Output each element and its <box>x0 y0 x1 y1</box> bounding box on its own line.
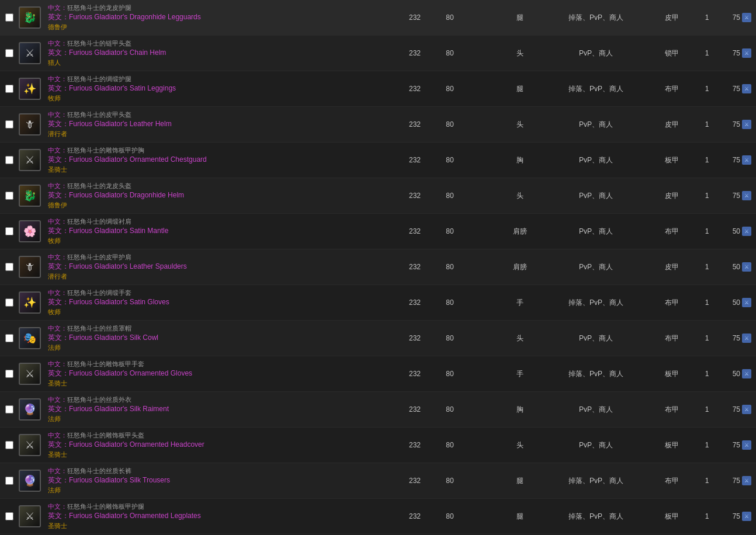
rating-icon: ⚔ <box>742 48 751 58</box>
item-count: 1 <box>695 441 719 449</box>
item-name-cn: 中文：狂怒角斗士的绸缎衬肩 <box>48 217 393 226</box>
item-ilvl: 232 <box>397 512 432 520</box>
item-count: 1 <box>695 298 719 307</box>
row-checkbox-col <box>2 441 16 449</box>
item-level: 80 <box>432 477 467 485</box>
item-rating-col: 75 ⚔ <box>719 84 754 93</box>
item-name-col: 中文：狂怒角斗士的绸缎护腿 英文：Furious Gladiator's Sat… <box>43 75 397 103</box>
item-type: 布甲 <box>649 227 695 237</box>
row-checkbox[interactable] <box>5 512 13 520</box>
item-name-col: 中文：狂怒角斗士的龙皮头盔 英文：Furious Gladiator's Dra… <box>43 182 397 210</box>
item-name-en: 英文：Furious Gladiator's Silk Cowl <box>48 333 393 343</box>
item-rating-col: 75 ⚔ <box>719 48 754 58</box>
item-source: 掉落、PvP、商人 <box>543 476 649 486</box>
row-checkbox[interactable] <box>5 334 13 342</box>
row-checkbox-col <box>2 477 16 485</box>
item-icon-col: 🗡 <box>16 256 43 278</box>
row-checkbox[interactable] <box>5 13 13 22</box>
rating-icon: ⚔ <box>742 262 751 272</box>
item-slot: 肩膀 <box>497 262 543 272</box>
table-row: ⚔ 中文：狂怒角斗士的雕饰板甲护胸 英文：Furious Gladiator's… <box>0 143 756 178</box>
item-rating-col: 75 ⚔ <box>719 405 754 414</box>
item-count: 1 <box>695 156 719 164</box>
item-level: 80 <box>432 263 467 271</box>
item-rating-value: 50 <box>733 370 740 378</box>
row-checkbox[interactable] <box>5 477 13 485</box>
item-ilvl: 232 <box>397 192 432 200</box>
item-name-en: 英文：Furious Gladiator's Ornamented Gloves <box>48 369 393 378</box>
item-ilvl: 232 <box>397 49 432 57</box>
item-class: 圣骑士 <box>48 522 393 530</box>
row-checkbox[interactable] <box>5 156 13 164</box>
row-checkbox[interactable] <box>5 405 13 414</box>
row-checkbox-col <box>2 120 16 128</box>
item-icon: 🎭 <box>19 327 41 349</box>
row-checkbox[interactable] <box>5 298 13 307</box>
rating-icon: ⚔ <box>742 476 751 485</box>
item-slot: 头 <box>497 191 543 201</box>
item-name-cn: 中文：狂怒角斗士的丝质长裤 <box>48 467 393 475</box>
item-level: 80 <box>432 370 467 378</box>
item-slot: 胸 <box>497 155 543 165</box>
item-class: 法师 <box>48 486 393 495</box>
item-table: 🐉 中文：狂怒角斗士的龙皮护腿 英文：Furious Gladiator's D… <box>0 0 756 534</box>
item-icon: ⚔ <box>19 42 41 64</box>
item-ilvl: 232 <box>397 441 432 449</box>
table-row: 🐉 中文：狂怒角斗士的龙皮护腿 英文：Furious Gladiator's D… <box>0 0 756 36</box>
table-row: 🔮 中文：狂怒角斗士的丝质长裤 英文：Furious Gladiator's S… <box>0 463 756 499</box>
item-icon-col: ⚔ <box>16 505 43 527</box>
table-row: 🌸 中文：狂怒角斗士的绸缎衬肩 英文：Furious Gladiator's S… <box>0 214 756 249</box>
item-icon: ✨ <box>19 291 41 314</box>
row-checkbox[interactable] <box>5 85 13 93</box>
table-row: ⚔ 中文：狂怒角斗士的雕饰板甲护腿 英文：Furious Gladiator's… <box>0 499 756 534</box>
item-class: 潜行者 <box>48 272 393 281</box>
row-checkbox[interactable] <box>5 49 13 57</box>
item-type: 布甲 <box>649 405 695 415</box>
row-checkbox[interactable] <box>5 192 13 200</box>
item-class: 潜行者 <box>48 130 393 138</box>
item-rating-col: 75 ⚔ <box>719 440 754 450</box>
item-icon-col: 🐉 <box>16 185 43 207</box>
item-ilvl: 232 <box>397 298 432 307</box>
item-name-col: 中文：狂怒角斗士的皮甲护肩 英文：Furious Gladiator's Lea… <box>43 253 397 281</box>
item-type: 皮甲 <box>649 120 695 130</box>
table-row: ✨ 中文：狂怒角斗士的绸缎手套 英文：Furious Gladiator's S… <box>0 285 756 321</box>
item-source: PvP、商人 <box>543 405 649 415</box>
item-source: 掉落、PvP、商人 <box>543 84 649 94</box>
item-rating-value: 75 <box>733 13 740 22</box>
item-name-cn: 中文：狂怒角斗士的雕饰板甲手套 <box>48 360 393 369</box>
item-ilvl: 232 <box>397 370 432 378</box>
item-source: 掉落、PvP、商人 <box>543 512 649 522</box>
row-checkbox[interactable] <box>5 441 13 449</box>
item-name-cn: 中文：狂怒角斗士的龙皮护腿 <box>48 4 393 12</box>
item-name-en: 英文：Furious Gladiator's Silk Trousers <box>48 475 393 485</box>
row-checkbox[interactable] <box>5 227 13 235</box>
item-name-cn: 中文：狂怒角斗士的雕饰板甲护腿 <box>48 502 393 511</box>
item-level: 80 <box>432 405 467 414</box>
item-count: 1 <box>695 85 719 93</box>
item-ilvl: 232 <box>397 13 432 22</box>
row-checkbox-col <box>2 405 16 414</box>
item-source: PvP、商人 <box>543 262 649 272</box>
item-rating-col: 50 ⚔ <box>719 369 754 378</box>
row-checkbox[interactable] <box>5 120 13 128</box>
item-class: 法师 <box>48 415 393 423</box>
item-icon: ⚔ <box>19 363 41 385</box>
item-level: 80 <box>432 227 467 235</box>
item-rating-col: 50 ⚔ <box>719 227 754 236</box>
item-icon: 🔮 <box>19 470 41 492</box>
item-name-en: 英文：Furious Gladiator's Dragonhide Leggua… <box>48 12 393 22</box>
item-icon-col: ⚔ <box>16 363 43 385</box>
item-slot: 头 <box>497 120 543 130</box>
rating-icon: ⚔ <box>742 227 751 236</box>
row-checkbox-col <box>2 512 16 520</box>
item-type: 布甲 <box>649 333 695 343</box>
item-name-cn: 中文：狂怒角斗士的雕饰板甲护胸 <box>48 146 393 155</box>
item-icon: ✨ <box>19 78 41 100</box>
row-checkbox[interactable] <box>5 370 13 378</box>
rating-icon: ⚔ <box>742 369 751 378</box>
item-source: PvP、商人 <box>543 227 649 237</box>
item-level: 80 <box>432 156 467 164</box>
item-ilvl: 232 <box>397 85 432 93</box>
row-checkbox[interactable] <box>5 263 13 271</box>
